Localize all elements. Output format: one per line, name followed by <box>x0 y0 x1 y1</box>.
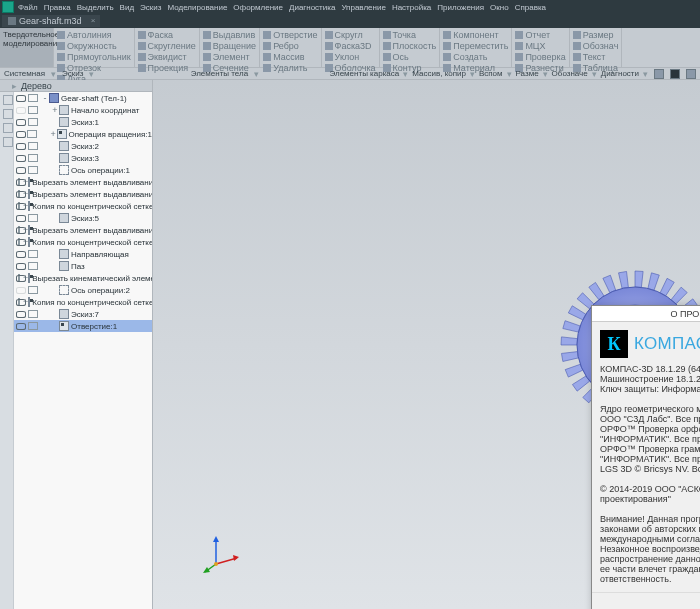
tree-row[interactable]: +Копия по концентрической сетке:2 <box>14 236 152 248</box>
visibility-icon[interactable] <box>16 94 26 102</box>
ribbon-button[interactable]: Компонент <box>443 30 508 40</box>
ribbon-button[interactable]: Текст <box>573 52 619 62</box>
menu-item[interactable]: Вид <box>120 3 134 12</box>
checkbox-icon[interactable] <box>28 142 38 150</box>
ribbon-button[interactable]: Окружность <box>57 41 131 51</box>
menu-item[interactable]: Файл <box>18 3 38 12</box>
checkbox-icon[interactable] <box>28 322 38 330</box>
tree-row[interactable]: +Вырезать элемент выдавливания:4 <box>14 224 152 236</box>
close-icon[interactable]: × <box>91 16 96 25</box>
menu-item[interactable]: Окно <box>490 3 509 12</box>
tree-row[interactable]: Эскиз:2 <box>14 140 152 152</box>
visibility-icon[interactable] <box>16 154 26 162</box>
ctx-label[interactable]: Эскиз <box>62 69 83 78</box>
visibility-icon[interactable] <box>16 310 26 318</box>
ribbon-button[interactable]: Отверстие <box>263 30 317 40</box>
ribbon-button[interactable]: МЦХ <box>515 41 565 51</box>
ribbon-button[interactable]: Вращение <box>203 41 256 51</box>
visibility-icon[interactable] <box>16 214 26 222</box>
ribbon-button[interactable]: Массив <box>263 52 317 62</box>
ribbon-button[interactable]: Ось <box>383 52 437 62</box>
ribbon-button[interactable]: Скругл <box>325 30 376 40</box>
tree-row[interactable]: +Вырезать элемент выдавливания:3 <box>14 188 152 200</box>
expand-icon[interactable]: + <box>51 105 59 115</box>
ribbon-button[interactable]: Проекция <box>138 63 196 73</box>
checkbox-icon[interactable] <box>28 94 38 102</box>
checkbox-icon[interactable] <box>28 154 38 162</box>
filter-icon[interactable] <box>670 69 680 79</box>
tree-row[interactable]: Эскиз:5 <box>14 212 152 224</box>
model-tree[interactable]: -Gear-shaft (Тел-1)+Начало координатЭски… <box>14 92 152 609</box>
tree-row[interactable]: +Вырезать кинематический элемент <box>14 272 152 284</box>
tree-row[interactable]: Направляющая <box>14 248 152 260</box>
tree-row[interactable]: Эскиз:7 <box>14 308 152 320</box>
tool-icon[interactable] <box>3 123 13 133</box>
menu-item[interactable]: Эскиз <box>140 3 161 12</box>
ctx-label[interactable]: Элементы каркаса <box>330 69 400 78</box>
checkbox-icon[interactable] <box>28 214 38 222</box>
ribbon-button[interactable]: Эквидист <box>138 52 196 62</box>
tool-icon[interactable] <box>3 137 13 147</box>
settings-icon[interactable] <box>686 69 696 79</box>
checkbox-icon[interactable] <box>28 166 38 174</box>
ribbon-button[interactable]: Создать <box>443 52 508 62</box>
ribbon-button[interactable]: Выдавлив <box>203 30 256 40</box>
ribbon-button[interactable]: Точка <box>383 30 437 40</box>
expand-icon[interactable]: + <box>49 129 57 139</box>
ribbon-button[interactable]: Размер <box>573 30 619 40</box>
menu-item[interactable]: Выделить <box>77 3 114 12</box>
ribbon-button[interactable]: Фаска3D <box>325 41 376 51</box>
ribbon-button[interactable]: Удалить <box>263 63 317 73</box>
checkbox-icon[interactable] <box>28 310 38 318</box>
visibility-icon[interactable] <box>16 106 26 114</box>
document-tab[interactable]: Gear-shaft.m3d × <box>2 15 100 27</box>
tree-row[interactable]: Отверстие:1 <box>14 320 152 332</box>
visibility-icon[interactable] <box>16 286 26 294</box>
ribbon-button[interactable]: Обознач <box>573 41 619 51</box>
menu-item[interactable]: Оформление <box>233 3 283 12</box>
menu-item[interactable]: Правка <box>44 3 71 12</box>
tree-row[interactable]: +Копия по концентрической сетке:3 <box>14 296 152 308</box>
visibility-icon[interactable] <box>16 262 26 270</box>
filter-icon[interactable] <box>654 69 664 79</box>
visibility-icon[interactable] <box>16 250 26 258</box>
tree-row[interactable]: +Начало координат <box>14 104 152 116</box>
tool-icon[interactable] <box>3 95 13 105</box>
ribbon-button[interactable]: Ребро <box>263 41 317 51</box>
tree-row[interactable]: Ось операции:2 <box>14 284 152 296</box>
ctx-label[interactable]: Системная <box>4 69 45 78</box>
menu-item[interactable]: Настройка <box>392 3 431 12</box>
ctx-label[interactable]: Разме <box>516 69 539 78</box>
visibility-icon[interactable] <box>16 130 25 138</box>
menu-item[interactable]: Справка <box>515 3 546 12</box>
menu-item[interactable]: Управление <box>341 3 385 12</box>
expand-icon[interactable]: - <box>41 93 49 103</box>
tree-row[interactable]: Ось операции:1 <box>14 164 152 176</box>
tool-icon[interactable] <box>3 109 13 119</box>
ctx-label[interactable]: Диагности <box>601 69 639 78</box>
tree-row[interactable]: Паз <box>14 260 152 272</box>
ribbon-button[interactable]: Отчет <box>515 30 565 40</box>
visibility-icon[interactable] <box>16 118 26 126</box>
checkbox-icon[interactable] <box>28 106 38 114</box>
menu-item[interactable]: Приложения <box>437 3 484 12</box>
ctx-label[interactable]: Обозначе <box>552 69 588 78</box>
ribbon-button[interactable]: Плоскость <box>383 41 437 51</box>
checkbox-icon[interactable] <box>28 250 38 258</box>
tree-row[interactable]: +Операция вращения:1 <box>14 128 152 140</box>
checkbox-icon[interactable] <box>28 286 38 294</box>
menu-item[interactable]: Моделирование <box>167 3 227 12</box>
ribbon-button[interactable]: Переместить <box>443 41 508 51</box>
checkbox-icon[interactable] <box>28 262 38 270</box>
ribbon-button[interactable]: Уклон <box>325 52 376 62</box>
tree-row[interactable]: Эскиз:3 <box>14 152 152 164</box>
ribbon-button[interactable]: Элемент <box>203 52 256 62</box>
ribbon-button[interactable]: Автолиния <box>57 30 131 40</box>
ctx-label[interactable]: Вспом <box>479 69 503 78</box>
ribbon-button[interactable]: Прямоугольник <box>57 52 131 62</box>
tree-row[interactable]: +Вырезать элемент выдавливания:2 <box>14 176 152 188</box>
visibility-icon[interactable] <box>16 322 26 330</box>
tree-row[interactable]: +Копия по концентрической сетке:1 <box>14 200 152 212</box>
checkbox-icon[interactable] <box>27 130 37 138</box>
ribbon-button[interactable]: Скругление <box>138 41 196 51</box>
